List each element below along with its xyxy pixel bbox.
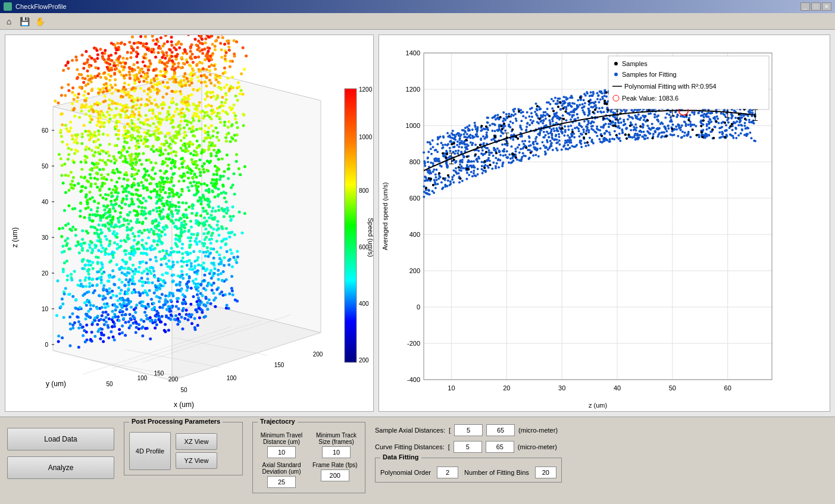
sample-axial-unit: (micro-meter) [518,427,558,434]
plots-area: // Will be drawn by JS below x (um) y (u… [0,30,835,417]
svg-text:0: 0 [45,342,48,348]
svg-text:100: 100 [137,375,148,381]
svg-marker-4 [202,71,321,333]
app-icon [4,2,12,11]
axial-std-label: Axial Standard Deviation (um) [258,462,305,475]
min-track-label: Minimum Track Size (frames) [312,432,360,445]
min-travel-label: Minimum Travel Distance (um) [258,432,305,445]
min-track-input[interactable] [322,446,351,458]
curve-fitting-min-input[interactable] [454,441,482,453]
close-button[interactable]: ✕ [822,2,831,11]
svg-text:x (um): x (um) [174,400,194,409]
svg-text:150: 150 [154,370,164,377]
curve-fitting-unit: (micro-meter) [518,443,557,450]
pan-icon[interactable]: ✋ [33,15,46,28]
svg-text:200: 200 [168,376,179,383]
svg-text:50: 50 [106,381,113,387]
min-travel-input[interactable] [267,446,296,458]
trajectory-label: Trajectocry [258,418,298,425]
minimize-button[interactable]: _ [800,2,810,11]
fitting-bins-label: Number of Fitting Bins [464,469,529,476]
left-buttons: Load Data Analyze [7,422,114,479]
svg-text:20: 20 [42,270,49,277]
svg-text:40: 40 [42,199,49,205]
svg-text:10: 10 [42,306,49,312]
analyze-button[interactable]: Analyze [7,456,114,479]
svg-text:y (um): y (um) [46,380,66,388]
3d-plot: // Will be drawn by JS below x (um) y (u… [5,35,374,412]
frame-rate-input[interactable] [321,469,349,481]
data-fitting-label: Data Fitting [380,453,421,461]
maximize-button[interactable]: □ [811,2,821,11]
svg-text:60: 60 [42,127,49,134]
svg-text:50: 50 [42,163,49,170]
title-bar: CheckFlowProfile _ □ ✕ [0,0,835,13]
svg-text:30: 30 [42,234,49,241]
svg-text:1200: 1200 [359,86,373,93]
svg-text:200: 200 [313,351,323,358]
svg-text:Speed (um/s): Speed (um/s) [367,218,374,257]
yz-view-button[interactable]: YZ View [176,452,217,469]
fitting-bins-input[interactable] [535,467,556,478]
sample-axial-min-input[interactable] [454,424,483,436]
right-params: Sample Axial Distances: [ (micro-meter) … [375,422,562,483]
main-content: // Will be drawn by JS below x (um) y (u… [0,30,835,504]
sample-axial-max-input[interactable] [486,424,515,436]
post-processing-label: Post Processing Parameters [129,418,223,425]
window-title: CheckFlowProfile [15,3,67,10]
home-icon[interactable]: ⌂ [2,15,15,28]
svg-text:1000: 1000 [359,134,373,140]
frame-rate-label: Frame Rate (fps) [312,462,358,468]
load-data-button[interactable]: Load Data [7,428,114,450]
svg-text:50: 50 [180,387,187,393]
xz-view-button[interactable]: XZ View [176,433,217,450]
svg-text:150: 150 [274,362,284,368]
svg-rect-36 [345,89,356,362]
svg-text:z (um): z (um) [11,227,19,248]
2d-plot [379,35,830,412]
svg-text:800: 800 [359,187,369,194]
sample-axial-label: Sample Axial Distances: [375,427,445,434]
bottom-panel: Load Data Analyze Post Processing Parame… [0,417,835,504]
svg-text:100: 100 [227,375,237,381]
curve-fitting-max-input[interactable] [486,441,514,453]
svg-text:200: 200 [359,357,369,364]
svg-marker-2 [53,107,172,380]
4d-profile-button[interactable]: 4D Profile [129,432,171,470]
curve-fitting-label: Curve Fitting Distances: [375,443,445,450]
axial-std-input[interactable] [267,476,296,488]
save-icon[interactable]: 💾 [18,15,31,28]
poly-order-label: Polynomial Order [380,469,431,476]
poly-order-input[interactable] [437,467,458,478]
svg-text:400: 400 [359,300,369,307]
toolbar: ⌂ 💾 ✋ [0,13,835,30]
